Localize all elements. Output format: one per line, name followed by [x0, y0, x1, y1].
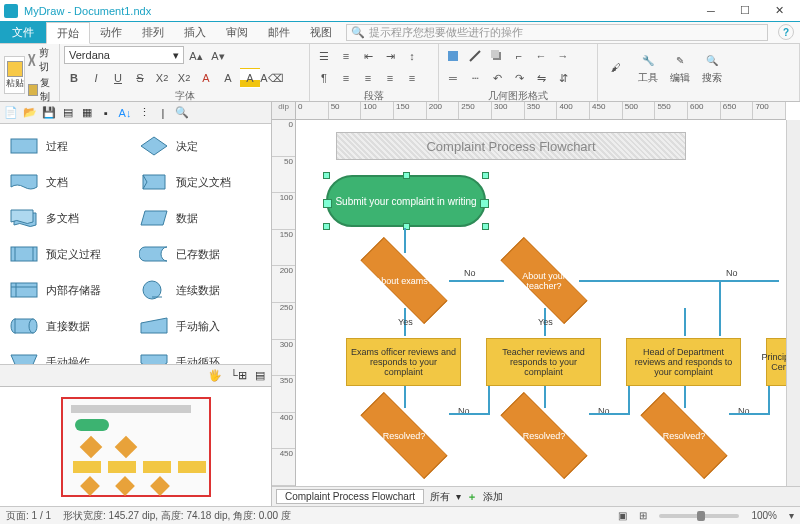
shapes-search-icon[interactable]: 🔍: [174, 105, 190, 121]
open-stencil-icon[interactable]: 📂: [22, 105, 38, 121]
properties-icon[interactable]: ▤: [255, 369, 265, 382]
rotate-left-icon[interactable]: ↶: [487, 68, 507, 88]
paste-button[interactable]: 粘贴: [4, 56, 25, 94]
line-dash-button[interactable]: ┄: [465, 68, 485, 88]
zoom-slider[interactable]: [659, 514, 739, 518]
save-stencil-icon[interactable]: 💾: [41, 105, 57, 121]
tell-me-search[interactable]: 🔍 提示程序您想要做些进行的操作: [346, 24, 768, 41]
page-thumbnail[interactable]: [0, 386, 271, 506]
doc-tab-1[interactable]: Complaint Process Flowchart: [276, 489, 424, 504]
numbering-button[interactable]: ≡: [336, 46, 356, 66]
zoom-out-button[interactable]: ▣: [618, 510, 627, 521]
start-shape[interactable]: Submit your complaint in writing: [326, 175, 486, 227]
minimize-button[interactable]: ─: [694, 0, 728, 22]
shape-item[interactable]: 预定义文档: [132, 164, 262, 200]
shape-item[interactable]: 直接数据: [2, 308, 132, 344]
shape-item[interactable]: 文档: [2, 164, 132, 200]
shapes-grid-icon[interactable]: ▦: [79, 105, 95, 121]
subscript-button[interactable]: X2: [152, 68, 172, 88]
tab-action[interactable]: 动作: [90, 22, 132, 43]
shapes-panel[interactable]: 过程决定文档预定义文档多文档数据预定义过程已存数据内部存储器连续数据直接数据手动…: [0, 124, 271, 364]
decision-teacher[interactable]: About your teacher?: [499, 253, 589, 308]
outdent-button[interactable]: ⇤: [358, 46, 378, 66]
strike-button[interactable]: S: [130, 68, 150, 88]
align-right-button[interactable]: ≡: [380, 68, 400, 88]
shadow-button[interactable]: [487, 46, 507, 66]
rotate-right-icon[interactable]: ↷: [509, 68, 529, 88]
shape-item[interactable]: 连续数据: [132, 272, 262, 308]
tab-view[interactable]: 视图: [300, 22, 342, 43]
arrow-start-button[interactable]: ←: [531, 46, 551, 66]
shape-item[interactable]: 手动输入: [132, 308, 262, 344]
shape-item[interactable]: 预定义过程: [2, 236, 132, 272]
chevron-down-icon[interactable]: ▾: [456, 491, 461, 502]
process-head[interactable]: Head of Department reviews and responds …: [626, 338, 741, 386]
font-family-select[interactable]: Verdana▾: [64, 46, 184, 64]
tab-insert[interactable]: 插入: [174, 22, 216, 43]
tools-button[interactable]: 🔧工具: [634, 49, 662, 85]
line-spacing-button[interactable]: ↕: [402, 46, 422, 66]
tab-home[interactable]: 开始: [46, 22, 90, 44]
search-button[interactable]: 🔍搜索: [698, 49, 726, 85]
tab-review[interactable]: 审阅: [216, 22, 258, 43]
align-justify-button[interactable]: ≡: [402, 68, 422, 88]
close-button[interactable]: ✕: [762, 0, 796, 22]
shape-item[interactable]: 多文档: [2, 200, 132, 236]
fill-button[interactable]: [443, 46, 463, 66]
italic-button[interactable]: I: [86, 68, 106, 88]
process-teacher[interactable]: Teacher reviews and responds to your com…: [486, 338, 601, 386]
zoom-fit-button[interactable]: ⊞: [639, 510, 647, 521]
zoom-dropdown-icon[interactable]: ▾: [789, 510, 794, 521]
font-size-dec[interactable]: A▾: [208, 46, 228, 66]
paragraph-mark-button[interactable]: ¶: [314, 68, 334, 88]
copy-button[interactable]: 复制: [28, 76, 55, 104]
shape-item[interactable]: 手动操作: [2, 344, 132, 364]
line-style-button[interactable]: ═: [443, 68, 463, 88]
tab-arrange[interactable]: 排列: [132, 22, 174, 43]
structure-icon[interactable]: └⊞: [230, 369, 247, 382]
drawing-canvas[interactable]: Complaint Process Flowchart Submit your …: [296, 120, 786, 486]
bullets-button[interactable]: ☰: [314, 46, 334, 66]
shape-item[interactable]: 过程: [2, 128, 132, 164]
shape-item[interactable]: 手动循环: [132, 344, 262, 364]
flip-v-icon[interactable]: ⇵: [553, 68, 573, 88]
shape-item[interactable]: 内部存储器: [2, 272, 132, 308]
add-tab-icon[interactable]: ＋: [467, 490, 477, 504]
superscript-button[interactable]: X2: [174, 68, 194, 88]
font-size-inc[interactable]: A▴: [186, 46, 206, 66]
tabs-all[interactable]: 所有: [430, 490, 450, 504]
cut-button[interactable]: 剪切: [28, 46, 55, 74]
flip-h-icon[interactable]: ⇋: [531, 68, 551, 88]
shapes-list-icon[interactable]: ▤: [60, 105, 76, 121]
shape-item[interactable]: 已存数据: [132, 236, 262, 272]
align-center-button[interactable]: ≡: [358, 68, 378, 88]
clear-format-button[interactable]: A⌫: [262, 68, 282, 88]
file-menu[interactable]: 文件: [0, 22, 46, 43]
process-exams[interactable]: Exams officer reviews and responds to yo…: [346, 338, 461, 386]
new-stencil-icon[interactable]: 📄: [3, 105, 19, 121]
arrow-end-button[interactable]: →: [553, 46, 573, 66]
add-tab-label[interactable]: 添加: [483, 490, 503, 504]
font-color-button[interactable]: A: [196, 68, 216, 88]
edit-button[interactable]: ✎编辑: [666, 49, 694, 85]
align-left-button[interactable]: ≡: [336, 68, 356, 88]
indent-button[interactable]: ⇥: [380, 46, 400, 66]
flowchart-title[interactable]: Complaint Process Flowchart: [336, 132, 686, 160]
decision-exams[interactable]: About exams?: [359, 253, 449, 308]
resolved-2[interactable]: Resolved?: [499, 408, 589, 463]
highlight-button[interactable]: A: [240, 68, 260, 88]
shape-item[interactable]: 数据: [132, 200, 262, 236]
process-principal[interactable]: Principal/Teacher Centre r con: [766, 338, 786, 386]
vertical-scrollbar[interactable]: [786, 120, 800, 486]
tab-mail[interactable]: 邮件: [258, 22, 300, 43]
shapes-small-icon[interactable]: ▪: [98, 105, 114, 121]
shape-item[interactable]: 决定: [132, 128, 262, 164]
resolved-1[interactable]: Resolved?: [359, 408, 449, 463]
resolved-3[interactable]: Resolved?: [639, 408, 729, 463]
help-icon[interactable]: ?: [778, 24, 794, 40]
bold-button[interactable]: B: [64, 68, 84, 88]
shapes-filter-icon[interactable]: ⋮: [136, 105, 152, 121]
line-button[interactable]: [465, 46, 485, 66]
format-painter-button[interactable]: 🖌: [602, 56, 630, 78]
corner-button[interactable]: ⌐: [509, 46, 529, 66]
